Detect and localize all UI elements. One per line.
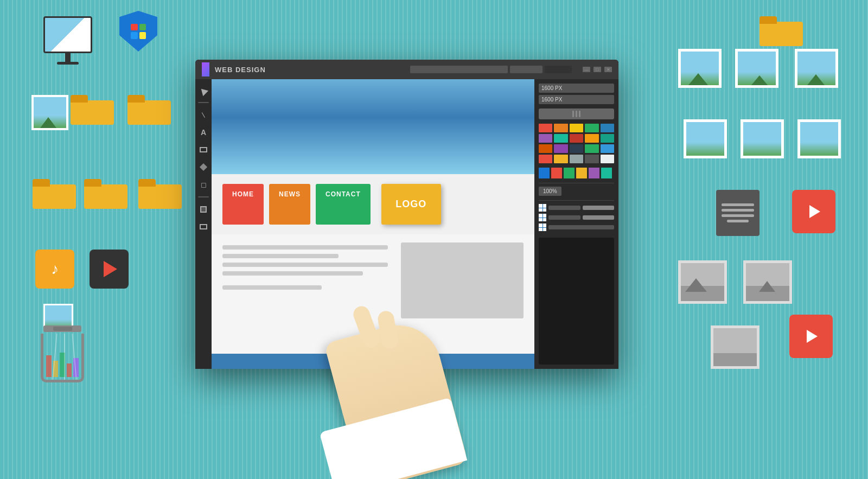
sticky-purple[interactable] bbox=[589, 168, 599, 178]
website-preview: HOME NEWS CONTACT LOGO bbox=[212, 79, 534, 369]
color-gold[interactable] bbox=[554, 155, 567, 163]
sticky-blue[interactable] bbox=[539, 168, 550, 178]
color-dark-red[interactable] bbox=[570, 134, 583, 143]
image-thumb-rm-2 bbox=[741, 119, 784, 158]
color-blue[interactable] bbox=[601, 124, 614, 132]
app-title: WEB DESIGN bbox=[215, 66, 405, 74]
minimize-button[interactable]: — bbox=[583, 67, 590, 72]
image-thumb-rm-3 bbox=[797, 119, 841, 158]
color-white[interactable] bbox=[601, 155, 614, 163]
search-bar[interactable] bbox=[410, 66, 508, 73]
sticky-red[interactable] bbox=[551, 168, 562, 178]
nav-news[interactable]: NEWS bbox=[269, 184, 310, 225]
sticky-teal[interactable] bbox=[601, 168, 612, 178]
design-app-window: WEB DESIGN — □ ✕ / A bbox=[195, 60, 618, 369]
layer-1-icon[interactable] bbox=[539, 204, 546, 212]
tool-select[interactable] bbox=[198, 85, 209, 95]
tool-pencil[interactable]: / bbox=[198, 110, 209, 120]
color-light-blue[interactable] bbox=[601, 144, 614, 153]
width-row: 1600 PX bbox=[539, 84, 614, 93]
app-body: / A ◻ bbox=[195, 79, 618, 369]
color-dark-purple[interactable] bbox=[554, 144, 567, 153]
color-gray[interactable] bbox=[570, 155, 583, 163]
tool-rect[interactable] bbox=[198, 144, 209, 155]
color-dark-gray[interactable] bbox=[585, 155, 598, 163]
right-panel: 1600 PX 1600 PX bbox=[534, 79, 618, 369]
sticky-green[interactable] bbox=[564, 168, 575, 178]
tool-eraser[interactable]: ◻ bbox=[198, 179, 209, 190]
tool-extra-2[interactable] bbox=[198, 221, 209, 232]
doc-icon bbox=[716, 190, 760, 236]
image-thumb-tr-1 bbox=[678, 49, 722, 88]
color-burnt-orange[interactable] bbox=[539, 144, 552, 153]
width-input[interactable]: 1600 PX bbox=[539, 84, 614, 93]
title-bar: WEB DESIGN — □ ✕ bbox=[195, 60, 618, 79]
tool-text[interactable]: A bbox=[198, 127, 209, 138]
zoom-section: 100% bbox=[539, 183, 614, 196]
nav-home[interactable]: HOME bbox=[222, 184, 264, 225]
color-purple[interactable] bbox=[539, 134, 552, 143]
color-navy[interactable] bbox=[570, 144, 583, 153]
color-dark-teal[interactable] bbox=[601, 134, 614, 143]
nav-contact[interactable]: CONTACT bbox=[316, 184, 371, 225]
content-line-2 bbox=[222, 254, 339, 258]
panel-footer bbox=[539, 238, 614, 365]
logo-sticker[interactable]: LOGO bbox=[381, 184, 441, 225]
tool-divider-1 bbox=[198, 102, 209, 103]
content-line-5 bbox=[222, 285, 322, 290]
title-search-area bbox=[410, 66, 572, 73]
maximize-button[interactable]: □ bbox=[593, 67, 601, 72]
content-line-3 bbox=[222, 263, 388, 267]
search-bar-dark bbox=[545, 66, 572, 73]
layer-2-bar bbox=[548, 215, 580, 220]
monitor-icon bbox=[43, 16, 92, 65]
color-teal[interactable] bbox=[554, 134, 567, 143]
play-icon-1 bbox=[90, 250, 129, 289]
color-red[interactable] bbox=[539, 124, 552, 132]
zoom-display[interactable]: 100% bbox=[539, 187, 561, 196]
shield-icon bbox=[119, 11, 157, 52]
yt-icon-2 bbox=[789, 315, 833, 358]
color-amber[interactable] bbox=[585, 134, 598, 143]
layer-3-bar bbox=[548, 225, 614, 229]
accent-bar bbox=[202, 62, 209, 76]
folder-icon-1 bbox=[71, 95, 114, 129]
zoom-row: 100% bbox=[539, 187, 614, 196]
slider-control[interactable] bbox=[539, 108, 614, 119]
tool-divider-2 bbox=[198, 196, 209, 197]
music-icon: ♪ bbox=[35, 250, 74, 289]
layer-2-bar-2 bbox=[583, 215, 615, 220]
height-input[interactable]: 1600 PX bbox=[539, 95, 614, 104]
left-toolbar: / A ◻ bbox=[195, 79, 212, 369]
tool-extra-1[interactable] bbox=[198, 204, 209, 215]
site-content bbox=[212, 234, 534, 354]
close-button[interactable]: ✕ bbox=[604, 67, 612, 72]
color-orange[interactable] bbox=[554, 124, 567, 132]
layer-1-bar-2 bbox=[583, 206, 615, 210]
layer-3-icon[interactable] bbox=[539, 223, 546, 231]
image-thumb-rm-1 bbox=[684, 119, 727, 158]
layers-section bbox=[539, 200, 614, 231]
layer-2 bbox=[539, 214, 614, 221]
search-bar-2[interactable] bbox=[510, 66, 542, 73]
content-lines bbox=[222, 245, 388, 290]
trash-icon bbox=[38, 325, 87, 385]
folder-icon-2 bbox=[127, 95, 171, 129]
layer-2-icon[interactable] bbox=[539, 214, 546, 221]
color-yellow[interactable] bbox=[570, 124, 583, 132]
layer-3 bbox=[539, 223, 614, 231]
gray-img-thumb-1 bbox=[678, 260, 727, 304]
folder-icon-top-right bbox=[760, 16, 803, 50]
color-red-2[interactable] bbox=[539, 155, 552, 163]
sticky-yellow[interactable] bbox=[576, 168, 587, 178]
gray-img-thumb-2 bbox=[743, 260, 792, 304]
height-row: 1600 PX bbox=[539, 95, 614, 104]
folder-icon-3 bbox=[33, 179, 76, 213]
site-nav: HOME NEWS CONTACT LOGO bbox=[212, 174, 534, 234]
canvas-area: HOME NEWS CONTACT LOGO bbox=[212, 79, 534, 369]
color-green-2[interactable] bbox=[585, 144, 598, 153]
color-palette bbox=[539, 124, 614, 163]
folder-icon-5 bbox=[138, 179, 182, 213]
tool-diamond[interactable] bbox=[198, 162, 209, 173]
color-green[interactable] bbox=[585, 124, 598, 132]
